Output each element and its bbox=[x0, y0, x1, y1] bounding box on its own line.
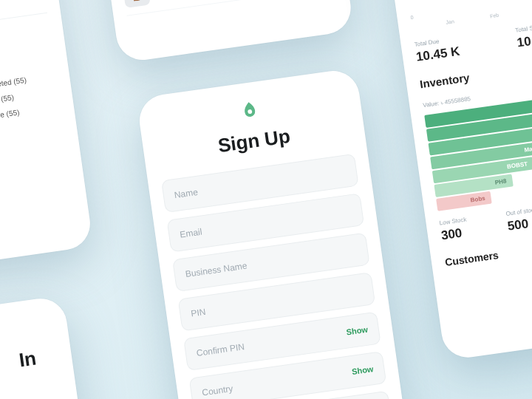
stat-card: Low Stock300 bbox=[439, 211, 502, 243]
dashboard-screen: ,000 BDT Total Customer300k Losing35 New… bbox=[0, 0, 94, 279]
customer-value-chart: 55% Target Completed (55) Monthly Goal (… bbox=[0, 50, 64, 160]
kpi-card: Total Due10.45 K bbox=[414, 29, 509, 65]
field-placeholder: Country bbox=[202, 383, 234, 398]
kpi-label: Total Sales bbox=[515, 14, 532, 33]
report-screen: ←Report Sales Report 10k5k0 $ 12K JanFeb… bbox=[380, 0, 532, 361]
legend-item: Sales improve (55) bbox=[0, 106, 31, 126]
show-toggle[interactable]: Show bbox=[351, 364, 374, 376]
stat-label: Out of stock bbox=[505, 202, 532, 217]
chart-legend: Target Completed (55) Monthly Goal (55) … bbox=[0, 75, 31, 126]
signin-screen: In bbox=[0, 295, 92, 399]
stat-card: New customer50 bbox=[0, 0, 46, 9]
legend-text: Monthly Goal (55) bbox=[0, 93, 15, 109]
signup-screen: Sign Up Name Email Business Name PIN Con… bbox=[136, 67, 413, 399]
top-products-screen: Top 3 product Sales increments 👟 ShoeTot… bbox=[95, 0, 354, 64]
y-axis: 10k5k0 bbox=[402, 0, 426, 20]
show-toggle[interactable]: Show bbox=[346, 325, 369, 337]
signin-title: In bbox=[0, 344, 60, 392]
field-placeholder: Email bbox=[180, 227, 203, 240]
field-placeholder: Business Name bbox=[185, 261, 248, 280]
field-placeholder: Confirm PIN bbox=[196, 341, 245, 358]
stat-value: 50 bbox=[0, 0, 46, 9]
field-placeholder: Name bbox=[174, 187, 199, 200]
product-thumb-icon: ⌚ bbox=[122, 0, 150, 8]
kpi-card: Total Sales10.45 K bbox=[515, 14, 532, 50]
stat-card: Out of stock500 bbox=[505, 202, 532, 234]
app-logo-icon bbox=[236, 98, 263, 124]
product-row[interactable]: ⌚ WatchTotal: 138 | New: 20 | Out of sto… bbox=[121, 0, 335, 16]
legend-text: Sales improve (55) bbox=[0, 108, 20, 125]
field-placeholder: PIN bbox=[191, 307, 207, 319]
